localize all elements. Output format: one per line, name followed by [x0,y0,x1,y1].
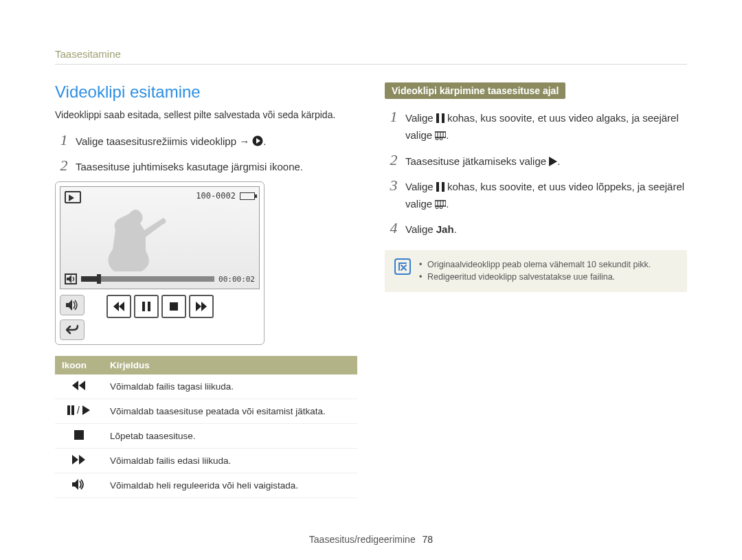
right-step-4: 4 Valige Jah. [385,220,687,237]
right-column: Videoklipi kärpimine taasesituse ajal 1 … [385,82,687,498]
rewind-icon [71,380,87,393]
table-row: Võimaldab failis edasi liikuda. [55,449,357,473]
scissors-film-icon [435,128,446,144]
stop-button [161,295,186,318]
video-silhouette [88,203,191,272]
file-counter: 100-0002 [196,191,236,201]
left-step-2: 2 Taasesituse juhtimiseks kasutage järgm… [55,157,357,175]
table-row: Võimaldab heli reguleerida või heli vaig… [55,473,357,498]
svg-rect-30 [436,182,439,192]
th-desc: Kirjeldus [103,356,357,374]
playback-screen-mockup: 100-0002 00:00:02 [55,181,265,345]
svg-marker-2 [67,275,71,283]
pause-icon [436,111,445,127]
svg-rect-8 [170,302,178,311]
step-number: 3 [385,177,403,194]
intro-text: Videoklippi saab esitada, sellest pilte … [55,109,357,122]
info-icon [394,258,411,275]
page-number: 78 [423,534,434,545]
step-number: 2 [385,152,403,168]
left-column: Videoklipi esitamine Videoklippi saab es… [55,82,357,498]
r1-text-a: Valige [405,112,436,124]
svg-marker-9 [196,302,201,311]
svg-marker-3 [66,300,72,311]
section-title: Videoklipi esitamine [55,82,357,102]
th-icon: Ikoon [55,356,103,374]
svg-marker-5 [119,302,124,311]
breadcrumb: Taasesitamine [55,48,687,65]
progress-bar [81,276,214,282]
r3-text-b: kohas, kus soovite, et uus video lõppeks… [405,181,684,210]
r2-text: Taasesituse jätkamiseks valige [405,155,549,167]
svg-marker-4 [113,302,119,311]
pause-icon [436,180,445,196]
pause-button [134,295,159,318]
step1-text: Valige taasesitusrežiimis videoklipp → [76,135,252,147]
row-desc: Võimaldab heli reguleerida või heli vaig… [103,473,357,498]
volume-button [60,295,85,315]
step-number: 1 [55,132,73,148]
right-step-2: 2 Taasesituse jätkamiseks valige . [385,152,687,170]
icon-table: Ikoon Kirjeldus Võimaldab failis tagasi … [55,356,357,498]
right-step-3: 3 Valige kohas, kus soovite, et uus vide… [385,177,687,214]
battery-icon [240,192,255,200]
svg-rect-17 [74,430,84,440]
row-desc: Võimaldab failis tagasi liikuda. [103,374,357,399]
svg-marker-10 [201,302,207,311]
step-number: 2 [55,157,73,174]
svg-rect-6 [142,302,145,311]
row-desc: Võimaldab failis edasi liikuda. [103,449,357,473]
note-box: Originaalvideoklipp peab olema vähemalt … [385,250,687,293]
svg-marker-19 [79,455,85,464]
r4-text-a: Valige [405,223,436,235]
play-icon [549,155,557,170]
scissors-film-icon [435,197,446,213]
volume-icon [72,479,86,492]
timecode: 00:00:02 [218,275,255,284]
svg-marker-18 [72,455,78,464]
playback-mode-icon [65,191,81,203]
footer-label: Taasesitus/redigeerimine [309,534,416,545]
fast-forward-icon [71,454,87,467]
pause-play-icon: / [67,405,91,418]
table-row: Võimaldab failis tagasi liikuda. [55,374,357,399]
svg-marker-11 [72,381,78,390]
page-footer: Taasesitus/redigeerimine 78 [0,534,742,545]
back-button [60,320,85,340]
svg-marker-20 [72,479,78,490]
svg-rect-21 [436,113,439,123]
table-row: Lõpetab taasesituse. [55,424,357,449]
fast-forward-button [189,295,214,318]
r4-text-c: . [454,223,457,235]
r4-text-b: Jah [436,223,454,235]
svg-marker-12 [79,381,85,390]
step-number: 1 [385,109,403,125]
step2-text: Taasesituse juhtimiseks kasutage järgmis… [76,157,357,175]
r1-text-b: kohas, kus soovite, et uus video algaks,… [405,112,679,141]
row-desc: Lõpetab taasesituse. [103,424,357,449]
svg-rect-14 [71,405,74,415]
stop-icon [74,429,85,443]
rewind-button [106,295,131,318]
r3-text-a: Valige [405,181,436,192]
note-item: Originaalvideoklipp peab olema vähemalt … [419,258,651,271]
note-item: Redigeeritud videoklipp salvestatakse uu… [419,271,651,284]
speaker-icon [65,273,77,284]
play-circle-icon [252,135,263,150]
step-number: 4 [385,220,403,236]
table-row: / Võimaldab taasesituse peatada või esit… [55,399,357,424]
right-step-1: 1 Valige kohas, kus soovite, et uus vide… [385,109,687,145]
svg-rect-13 [67,405,70,415]
svg-marker-29 [549,157,557,166]
subsection-tag: Videoklipi kärpimine taasesituse ajal [385,82,565,99]
left-step-1: 1 Valige taasesitusrežiimis videoklipp →… [55,132,357,150]
svg-rect-31 [442,182,445,192]
svg-text:/: / [77,405,80,416]
svg-rect-7 [148,302,150,311]
svg-rect-22 [442,113,445,123]
row-desc: Võimaldab taasesituse peatada või esitam… [103,399,357,424]
svg-marker-16 [82,405,90,415]
